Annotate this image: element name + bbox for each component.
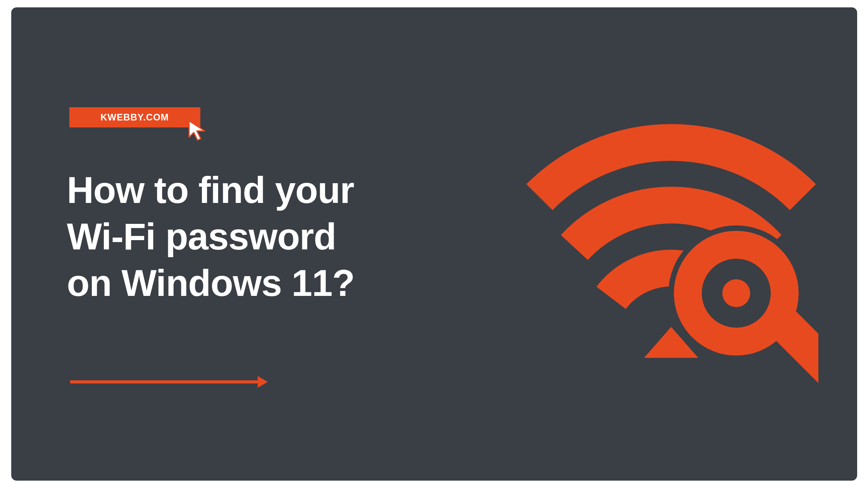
headline-line-3: on Windows 11? bbox=[67, 260, 355, 306]
svg-point-3 bbox=[722, 279, 750, 307]
brand-label: KWEBBY.COM bbox=[100, 112, 169, 123]
thumbnail-card: KWEBBY.COM How to find your Wi-Fi passwo… bbox=[11, 7, 857, 481]
arrow-head bbox=[258, 376, 268, 388]
arrow-right-icon bbox=[70, 376, 268, 388]
wifi-search-icon bbox=[524, 108, 818, 402]
cursor-icon bbox=[187, 119, 209, 142]
arrow-line bbox=[70, 380, 258, 383]
headline-line-1: How to find your bbox=[67, 167, 355, 213]
headline: How to find your Wi-Fi password on Windo… bbox=[67, 167, 355, 306]
headline-line-2: Wi-Fi password bbox=[67, 213, 355, 260]
svg-marker-0 bbox=[189, 121, 205, 140]
brand-badge: KWEBBY.COM bbox=[69, 107, 200, 127]
